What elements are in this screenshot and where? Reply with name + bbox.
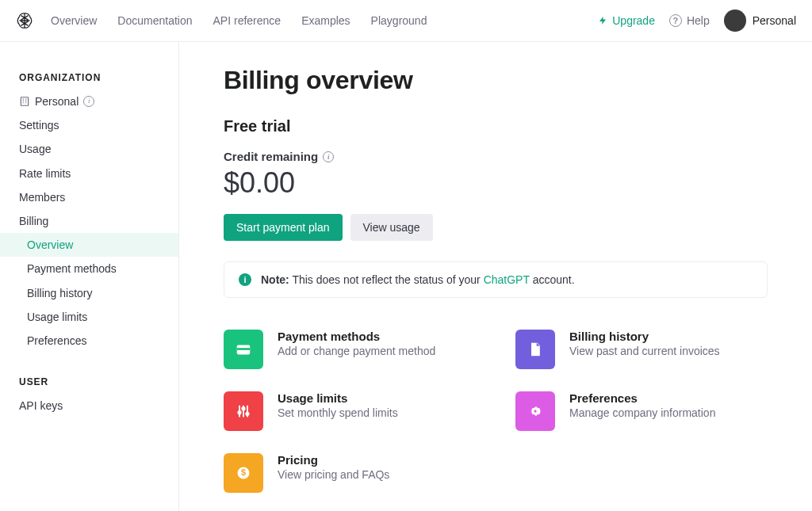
note-prefix: Note:: [261, 273, 289, 286]
sidebar-item-usage[interactable]: Usage: [0, 137, 178, 161]
sidebar-item-api-keys[interactable]: API keys: [0, 394, 178, 418]
content: Billing overview Free trial Credit remai…: [179, 42, 812, 511]
card-desc: Manage company information: [569, 406, 715, 419]
sidebar-sub-preferences[interactable]: Preferences: [0, 329, 178, 353]
card-desc: Set monthly spend limits: [278, 406, 398, 419]
info-icon: i: [83, 96, 94, 107]
card-title: Preferences: [569, 391, 715, 405]
card-title: Payment methods: [278, 330, 435, 343]
card-billing-history[interactable]: Billing history View past and current in…: [515, 330, 768, 369]
plan-name: Free trial: [224, 117, 768, 135]
nav-api-reference[interactable]: API reference: [213, 14, 282, 27]
sidebar-item-settings[interactable]: Settings: [0, 113, 178, 137]
sidebar: ORGANIZATION Personal i Settings Usage R…: [0, 42, 179, 511]
start-payment-plan-button[interactable]: Start payment plan: [224, 214, 343, 241]
sidebar-sub-payment-methods[interactable]: Payment methods: [0, 257, 178, 280]
card-pricing[interactable]: $ Pricing View pricing and FAQs: [224, 453, 476, 493]
svg-text:$: $: [241, 467, 246, 477]
sidebar-sub-overview[interactable]: Overview: [0, 233, 178, 257]
svg-point-6: [534, 410, 536, 412]
card-desc: View pricing and FAQs: [278, 468, 389, 481]
view-usage-button[interactable]: View usage: [350, 214, 433, 241]
sidebar-org-name: Personal: [35, 94, 79, 109]
credit-label: Credit remaining: [224, 150, 318, 163]
sidebar-header-user: USER: [0, 367, 178, 394]
info-icon[interactable]: i: [323, 151, 334, 162]
upgrade-label: Upgrade: [612, 14, 655, 27]
card-title: Pricing: [278, 453, 389, 467]
svg-rect-0: [21, 97, 28, 106]
svg-point-3: [238, 411, 240, 414]
sidebar-sub-usage-limits[interactable]: Usage limits: [0, 305, 178, 329]
sidebar-org-selector[interactable]: Personal i: [0, 90, 178, 113]
svg-point-4: [242, 407, 244, 410]
credit-label-row: Credit remaining i: [224, 150, 768, 163]
card-payment-methods[interactable]: Payment methods Add or change payment me…: [224, 330, 476, 369]
building-icon: [19, 96, 30, 107]
help-icon: ?: [669, 14, 682, 27]
dollar-icon: $: [224, 453, 263, 493]
avatar: [724, 10, 746, 32]
card-desc: View past and current invoices: [569, 345, 720, 357]
file-icon: [515, 330, 555, 369]
sidebar-sub-billing-history[interactable]: Billing history: [0, 281, 178, 305]
nav-examples[interactable]: Examples: [301, 14, 350, 27]
help-label: Help: [687, 14, 710, 27]
svg-rect-2: [237, 348, 251, 350]
svg-point-5: [246, 413, 248, 415]
note-text: Note: This does not reflect the status o…: [261, 273, 575, 286]
sidebar-header-organization: ORGANIZATION: [0, 63, 178, 90]
card-icon: [224, 330, 263, 369]
help-link[interactable]: ? Help: [669, 14, 710, 27]
card-preferences[interactable]: Preferences Manage company information: [515, 391, 768, 431]
card-title: Billing history: [569, 330, 720, 343]
nav-documentation[interactable]: Documentation: [117, 14, 192, 27]
sliders-icon: [224, 391, 263, 431]
note-link-chatgpt[interactable]: ChatGPT: [484, 273, 530, 286]
nav-overview[interactable]: Overview: [51, 14, 97, 27]
account-label: Personal: [753, 14, 796, 27]
openai-logo-icon: [16, 12, 33, 29]
card-usage-limits[interactable]: Usage limits Set monthly spend limits: [224, 391, 476, 431]
lightning-icon: [598, 15, 607, 26]
credit-amount: $0.00: [224, 166, 768, 200]
upgrade-link[interactable]: Upgrade: [598, 14, 655, 27]
note-box: i Note: This does not reflect the status…: [224, 261, 768, 298]
card-title: Usage limits: [278, 391, 398, 405]
topbar: Overview Documentation API reference Exa…: [0, 0, 812, 42]
sidebar-item-rate-limits[interactable]: Rate limits: [0, 162, 178, 185]
sidebar-item-billing[interactable]: Billing: [0, 209, 178, 233]
gear-icon: [515, 391, 555, 431]
card-desc: Add or change payment method: [278, 345, 435, 357]
account-menu[interactable]: Personal: [724, 10, 796, 32]
note-body: This does not reflect the status of your: [289, 273, 484, 286]
page-title: Billing overview: [224, 66, 768, 95]
sidebar-item-members[interactable]: Members: [0, 185, 178, 209]
nav-playground[interactable]: Playground: [371, 14, 427, 27]
note-suffix: account.: [530, 273, 575, 286]
info-icon: i: [239, 273, 251, 286]
